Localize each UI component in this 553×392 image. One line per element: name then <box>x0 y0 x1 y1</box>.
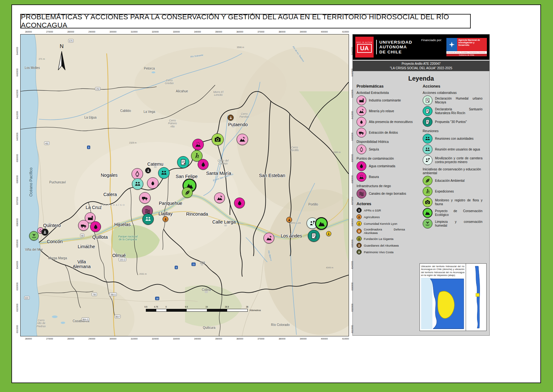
y-tick-right: 6350000 <box>351 240 353 248</box>
scale-label: 28.5 <box>225 306 229 308</box>
legend-subheading: Infraestructura de riego <box>357 184 419 188</box>
legend-item-label: Industria contaminante <box>369 99 416 102</box>
actor-item: Fundación La Giganta <box>357 236 419 241</box>
legend-symbol-educacion <box>423 176 432 186</box>
person-icon <box>357 237 361 240</box>
leaf-icon <box>184 189 191 196</box>
camera-icon <box>425 199 431 205</box>
scale-bar-segments <box>146 309 248 312</box>
actor-item: Coordinadora Defensa Akunkawa <box>357 228 419 235</box>
place-label: Colina <box>202 288 211 291</box>
legend-subheading: Reuniones <box>423 129 486 133</box>
y-tick-right: 6440000 <box>351 47 353 55</box>
person-icon <box>229 116 233 119</box>
inset-caption: Ubicación del territorio hidrosocial del… <box>421 265 464 277</box>
place-label: Quilicura <box>203 326 215 329</box>
ocean-label: Océano Pacífico <box>29 165 33 199</box>
leaf-icon <box>425 178 431 184</box>
legend-item: Minería y/o relave <box>357 106 419 116</box>
scale-label: 0 <box>165 306 167 308</box>
marker-decl_santuario <box>177 156 189 168</box>
scale-segment <box>187 309 207 311</box>
legend-symbol-sequia <box>357 144 366 154</box>
marker-agua_contaminada <box>90 221 101 232</box>
city-label: Calle Larga <box>212 220 236 224</box>
chile-minimap <box>466 264 486 331</box>
x-tick-top: 370000 <box>258 31 264 33</box>
x-tick-bottom: 270000 <box>46 338 53 340</box>
elevation-label: 6960 m <box>333 151 340 153</box>
road-shield: 875 <box>68 39 74 43</box>
university-initials: UA <box>357 44 371 53</box>
university-name-line: UNIVERSIDAD <box>379 40 412 45</box>
x-tick-top: 270000 <box>46 31 53 33</box>
region-minimap <box>421 278 464 329</box>
place-label: La Vega <box>144 110 155 113</box>
y-tick-left: 6350000 <box>16 240 18 248</box>
road-shield: 100-G <box>119 258 126 261</box>
north-label: N <box>52 43 71 50</box>
y-tick-right: 6410000 <box>351 111 353 119</box>
marker-guardianes <box>228 115 234 121</box>
location-inset: Ubicación del territorio hidrosocial del… <box>419 263 487 331</box>
marker-mineria <box>214 193 225 203</box>
legend-symbol-coordinadora <box>357 229 362 234</box>
marker-aridos <box>78 220 89 231</box>
problems-title: Problemáticas <box>357 84 419 89</box>
road-shield: 864-G <box>82 318 89 321</box>
place-label: Cerro Los <box>289 222 301 224</box>
x-tick-top: 320000 <box>152 31 159 33</box>
legend-item-label: Reuniones con autoridades <box>435 137 482 141</box>
place-label: Río Colorado <box>271 323 290 327</box>
scale-label: 9.5 <box>185 306 188 308</box>
people-icon <box>134 181 141 187</box>
legend-item-label: Declaración Humedal urbano Macaya <box>435 97 482 104</box>
legend-symbol-giganta <box>357 236 362 241</box>
people-icon <box>425 146 431 152</box>
y-tick-left: 6320000 <box>16 304 18 312</box>
place-label: Alicahue <box>176 89 188 93</box>
people-icon <box>145 216 152 223</box>
legend-panel: DOC IN ALTUM UA UNIVERSIDAD AUTONOMA DE … <box>352 34 490 336</box>
city-label: Panquehue <box>159 201 182 206</box>
protest-icon <box>425 157 431 163</box>
city-label: Llaillay <box>158 211 172 216</box>
legend-item-label: Sequía <box>369 148 416 151</box>
road-shield: 462 <box>44 142 50 145</box>
city-label: Los Andes <box>281 234 302 238</box>
road-shield: 66 <box>80 234 84 237</box>
marker-aridos <box>139 192 151 204</box>
legend-symbol-expediciones <box>423 187 432 196</box>
legend-item-label: Movilización y corte de carretera contra… <box>435 156 482 164</box>
x-tick-bottom: 340000 <box>194 338 201 340</box>
drought-icon <box>134 170 141 177</box>
legend-item-label: Expediciones <box>435 190 482 193</box>
legend-item: Declaración Humedal urbano Macaya <box>423 95 486 105</box>
actor-label: Agricultores <box>364 215 405 219</box>
legend-item-label: Declaratoria Santuario Naturaleza Río Ro… <box>435 107 482 115</box>
marker-mineria <box>264 233 274 243</box>
legend-item: Proyecto de Conservación Ecológico <box>423 208 486 218</box>
actor-item: Guardianes del Akunkawa <box>357 243 419 248</box>
scale-bar: 9.54.7509.51928.538Kilómetros <box>146 306 260 313</box>
person-icon <box>327 232 330 235</box>
document-icon <box>425 97 431 103</box>
x-tick-bottom: 360000 <box>236 338 243 340</box>
marker-agua_contaminada <box>234 198 245 208</box>
anid-ministry: Ministerio de Ciencia, Tecnología, Conoc… <box>446 51 487 53</box>
y-tick-left: 6370000 <box>16 197 18 205</box>
camera-icon <box>214 136 221 143</box>
hiker-icon <box>425 188 431 194</box>
actions-title: Acciones <box>423 84 486 89</box>
person-icon <box>357 244 361 247</box>
elevation-label: 2325 m <box>129 142 136 144</box>
hiker-icon <box>193 152 200 159</box>
x-tick-top: 300000 <box>109 31 116 33</box>
scale-label: 9.5 <box>144 306 147 308</box>
city-label: Calera <box>103 192 117 197</box>
legend-symbol-agricultores <box>357 214 362 219</box>
y-tick-left: 6420000 <box>16 90 18 98</box>
y-tick-left: 6440000 <box>16 47 18 55</box>
legend-symbol-aridos <box>357 128 366 138</box>
legend-symbol-reunion_usuarios <box>423 144 432 154</box>
